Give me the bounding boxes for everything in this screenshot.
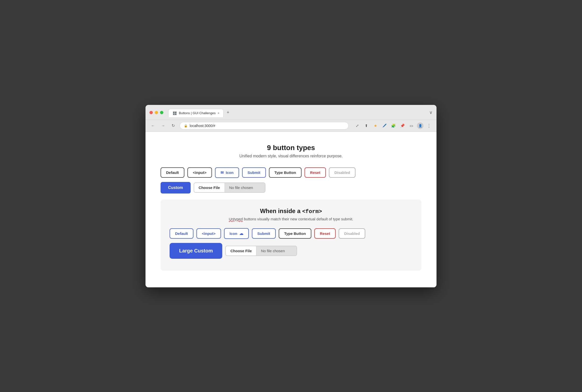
new-tab-button[interactable]: + [224, 108, 232, 117]
form-input-button[interactable]: <input> [196, 228, 221, 239]
close-window-button[interactable] [150, 111, 153, 114]
active-tab[interactable]: 🎛️ Buttons | GUI Challenges × [168, 109, 224, 117]
button-group-row2: Custom Choose File No file chosen [161, 182, 421, 193]
form-choose-file-button[interactable]: Choose File [226, 246, 256, 255]
choose-file-button[interactable]: Choose File [194, 183, 225, 192]
lock-icon: 🔒 [184, 124, 188, 127]
tab-close-button[interactable]: × [217, 111, 219, 115]
form-section-title: When inside a <form> [170, 208, 412, 215]
form-submit-button[interactable]: Submit [252, 228, 276, 239]
tab-title: Buttons | GUI Challenges [179, 111, 215, 115]
cloud-icon: ☁ [239, 231, 243, 236]
more-options-icon[interactable]: ⋮ [425, 122, 432, 129]
extensions-icon[interactable]: 🧩 [390, 122, 397, 129]
toolbar-icons: ⤢ ⬆ ★ 🖊️ 🧩 📌 ▭ 👤 ⋮ [354, 122, 432, 129]
default-button[interactable]: Default [161, 167, 184, 178]
address-bar-row: ← → ↻ 🔒 localhost:3000/# ⤢ ⬆ ★ 🖊️ 🧩 📌 ▭ … [145, 120, 436, 132]
sidebar-icon[interactable]: ▭ [408, 122, 415, 129]
forward-button[interactable]: → [160, 122, 167, 129]
minimize-window-button[interactable] [155, 111, 158, 114]
form-section: When inside a <form> Untyped buttons vis… [161, 200, 421, 271]
tab-favicon-icon: 🎛️ [173, 111, 177, 115]
input-button[interactable]: <input> [187, 167, 212, 178]
large-custom-button[interactable]: Large Custom [170, 243, 222, 259]
form-type-button-button[interactable]: Type Button [279, 228, 311, 239]
page-title: 9 button types [161, 144, 421, 152]
form-icon-button[interactable]: Icon ☁ [224, 228, 249, 239]
url-text: localhost:3000/# [190, 124, 215, 128]
browser-controls: 🎛️ Buttons | GUI Challenges × + ∨ [150, 108, 432, 117]
form-default-button[interactable]: Default [170, 228, 193, 239]
form-file-no-chosen-label: No file chosen [256, 246, 297, 255]
reset-button[interactable]: Reset [305, 167, 326, 178]
icon-button[interactable]: ✉ Icon [215, 167, 239, 178]
colorpicker-icon[interactable]: 🖊️ [381, 122, 388, 129]
browser-tabs: 🎛️ Buttons | GUI Challenges × + [168, 108, 232, 117]
submit-button[interactable]: Submit [242, 167, 266, 178]
share-icon[interactable]: ⬆ [363, 122, 370, 129]
maximize-window-button[interactable] [160, 111, 163, 114]
page-content: 9 button types Unified modern style, vis… [145, 132, 436, 287]
file-input-wrapper: Choose File No file chosen [194, 182, 265, 193]
form-disabled-button: Disabled [339, 228, 366, 239]
pin-icon[interactable]: 📌 [399, 122, 406, 129]
form-button-group-row2: Large Custom Choose File No file chosen [170, 243, 412, 259]
refresh-button[interactable]: ↻ [170, 122, 177, 129]
back-button[interactable]: ← [150, 122, 157, 129]
email-icon: ✉ [221, 170, 224, 175]
file-no-chosen-label: No file chosen [225, 183, 265, 192]
form-section-subtitle: Untyped buttons visually match their new… [170, 217, 412, 221]
disabled-button: Disabled [329, 167, 356, 178]
form-file-input-wrapper: Choose File No file chosen [225, 246, 297, 256]
custom-button[interactable]: Custom [161, 182, 191, 193]
window-expand-icon[interactable]: ∨ [429, 110, 432, 115]
profile-icon[interactable]: 👤 [417, 122, 423, 129]
page-subtitle: Unified modern style, visual differences… [161, 154, 421, 158]
browser-titlebar: 🎛️ Buttons | GUI Challenges × + ∨ [145, 105, 436, 120]
address-bar[interactable]: 🔒 localhost:3000/# [180, 122, 349, 129]
button-group-row1: Default <input> ✉ Icon Submit Type Butto… [161, 167, 421, 178]
browser-window: 🎛️ Buttons | GUI Challenges × + ∨ ← → ↻ … [145, 105, 436, 287]
form-button-group-row1: Default <input> Icon ☁ Submit Type Butto… [170, 228, 412, 239]
bookmark-icon[interactable]: ★ [372, 122, 379, 129]
expand-page-icon[interactable]: ⤢ [354, 122, 361, 129]
type-button-button[interactable]: Type Button [269, 167, 302, 178]
form-reset-button[interactable]: Reset [314, 228, 336, 239]
